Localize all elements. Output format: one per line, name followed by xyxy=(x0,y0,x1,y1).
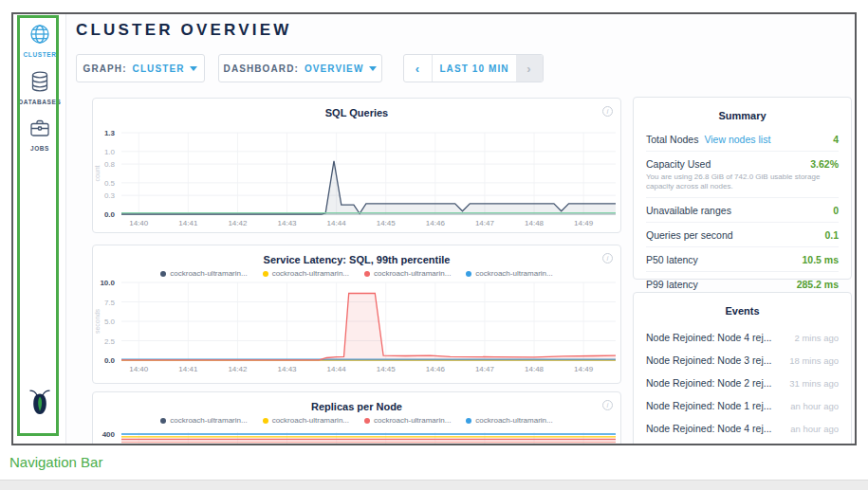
view-nodes-list-link[interactable]: View nodes list xyxy=(704,134,770,145)
legend-item[interactable]: cockroach-ultramarin... xyxy=(466,416,552,425)
legend-item[interactable]: cockroach-ultramarin... xyxy=(263,416,349,425)
sidebar-item-jobs[interactable]: JOBS xyxy=(13,118,66,152)
latency-legend: cockroach-ultramarin... cockroach-ultram… xyxy=(93,269,620,278)
chart-title-replicas: Replicas per Node xyxy=(93,401,620,412)
svg-text:14:48: 14:48 xyxy=(525,365,545,373)
svg-text:14:44: 14:44 xyxy=(327,219,347,227)
legend-item[interactable]: cockroach-ultramarin... xyxy=(263,269,349,278)
svg-text:14:46: 14:46 xyxy=(426,219,446,227)
event-time: an hour ago xyxy=(790,424,839,434)
event-time: 18 mins ago xyxy=(789,355,839,366)
svg-text:0.3: 0.3 xyxy=(104,191,116,200)
events-list: Node Rejoined: Node 4 rej... 2 mins ago … xyxy=(634,326,851,440)
svg-text:14:40: 14:40 xyxy=(129,219,149,227)
sidebar-label-databases: DATABASES xyxy=(13,99,66,105)
svg-text:14:47: 14:47 xyxy=(475,219,495,227)
svg-text:0.5: 0.5 xyxy=(104,179,116,188)
time-range-value[interactable]: LAST 10 MIN xyxy=(433,55,516,82)
legend-dot xyxy=(263,418,268,424)
event-row: Node Rejoined: Node 4 rej... 2 mins ago xyxy=(646,326,839,349)
cockroachdb-logo[interactable] xyxy=(13,389,66,419)
svg-text:count: count xyxy=(94,165,101,181)
event-text: Node Rejoined: Node 2 rej... xyxy=(646,377,772,389)
svg-text:0.0: 0.0 xyxy=(104,210,116,219)
summary-label: Capacity Used xyxy=(646,158,711,170)
svg-text:1.0: 1.0 xyxy=(104,148,116,156)
svg-text:14:41: 14:41 xyxy=(178,365,198,373)
svg-text:10.0: 10.0 xyxy=(100,279,115,287)
legend-item[interactable]: cockroach-ultramarin... xyxy=(364,269,451,278)
svg-text:seconds: seconds xyxy=(94,308,101,334)
event-text: Node Rejoined: Node 4 rej... xyxy=(646,332,772,343)
legend-item[interactable]: cockroach-ultramarin... xyxy=(160,416,247,425)
legend-item[interactable]: cockroach-ultramarin... xyxy=(364,416,451,425)
chart-title-sql-queries: SQL Queries xyxy=(93,107,620,118)
sql-queries-chart-card: SQL Queries i 14:4014:4114:4214:4314:441… xyxy=(92,98,621,233)
summary-title: Summary xyxy=(634,98,851,121)
legend-item[interactable]: cockroach-ultramarin... xyxy=(160,269,247,278)
info-icon[interactable]: i xyxy=(602,106,613,117)
svg-text:14:48: 14:48 xyxy=(525,219,545,227)
summary-row-capacity: Capacity Used 3.62% You are using 26.8 G… xyxy=(646,152,839,198)
event-row: Node Rejoined: Node 2 rej... 31 mins ago xyxy=(646,372,839,394)
summary-value: 10.5 ms xyxy=(802,254,839,265)
info-icon[interactable]: i xyxy=(602,400,613,410)
time-range-prev-button[interactable]: ‹ xyxy=(404,55,433,82)
summary-row-qps: Queries per second 0.1 xyxy=(646,223,839,247)
page-title: CLUSTER OVERVIEW xyxy=(76,21,292,40)
svg-text:400: 400 xyxy=(102,430,116,439)
event-row: Node Rejoined: Node 1 rej... an hour ago xyxy=(646,394,839,417)
event-time: 31 mins ago xyxy=(789,378,839,389)
svg-text:14:42: 14:42 xyxy=(228,219,248,227)
screenshot-frame: CLUSTER DATABASES xyxy=(11,12,857,445)
event-row: Node Rejoined: Node 4 rej... an hour ago xyxy=(646,417,839,440)
legend-dot xyxy=(364,418,370,424)
sidebar-item-databases[interactable]: DATABASES xyxy=(13,71,66,105)
databases-icon xyxy=(30,79,49,95)
sidebar-label-jobs: JOBS xyxy=(13,145,66,152)
event-time: 2 mins ago xyxy=(795,333,839,343)
event-time: an hour ago xyxy=(790,401,839,411)
time-range-next-button-disabled[interactable]: › xyxy=(516,55,543,82)
svg-text:14:42: 14:42 xyxy=(228,365,248,373)
svg-text:14:40: 14:40 xyxy=(129,365,149,373)
summary-value: 0.1 xyxy=(824,229,839,241)
event-text: Node Rejoined: Node 4 rej... xyxy=(646,423,772,434)
summary-label: P99 latency xyxy=(646,279,698,290)
svg-text:5.0: 5.0 xyxy=(104,318,116,326)
svg-text:7.5: 7.5 xyxy=(104,299,116,307)
summary-value: 285.2 ms xyxy=(797,279,839,290)
svg-text:14:46: 14:46 xyxy=(426,365,446,373)
chevron-down-icon xyxy=(190,66,197,71)
summary-row-p50: P50 latency 10.5 ms xyxy=(646,247,839,272)
events-title: Events xyxy=(634,293,851,317)
dashboard-dropdown-label: DASHBOARD: xyxy=(224,64,299,74)
legend-dot xyxy=(160,418,166,424)
summary-label: P50 latency xyxy=(646,254,698,265)
event-row: Node Rejoined: Node 3 rej... 18 mins ago xyxy=(646,349,839,372)
sidebar-label-cluster: CLUSTER xyxy=(13,51,66,58)
jobs-briefcase-icon xyxy=(29,125,50,141)
dashboard-dropdown-value: OVERVIEW xyxy=(305,64,364,74)
navigation-bar: CLUSTER DATABASES xyxy=(13,14,66,444)
sql-queries-chart[interactable]: 14:4014:4114:4214:4314:4414:4514:4614:47… xyxy=(93,99,622,234)
legend-dot xyxy=(364,271,370,277)
dashboard-dropdown[interactable]: DASHBOARD: OVERVIEW xyxy=(218,54,382,82)
chevron-down-icon xyxy=(369,66,377,71)
page-bottom-strip xyxy=(0,480,868,490)
service-latency-chart[interactable]: 14:4014:4114:4214:4314:4414:4514:4614:47… xyxy=(93,245,622,385)
summary-panel: Summary Total NodesView nodes list 4 Cap… xyxy=(633,97,852,280)
legend-item[interactable]: cockroach-ultramarin... xyxy=(466,269,552,278)
replicas-per-node-chart-card: Replicas per Node i cockroach-ultramarin… xyxy=(92,391,621,445)
summary-value: 0 xyxy=(833,205,839,216)
graph-dropdown[interactable]: GRAPH: CLUSTER xyxy=(76,54,205,82)
summary-value: 3.62% xyxy=(810,158,839,170)
svg-text:14:49: 14:49 xyxy=(574,219,594,227)
graph-dropdown-value: CLUSTER xyxy=(133,64,185,74)
legend-dot xyxy=(466,271,471,277)
summary-row-unavailable-ranges: Unavailable ranges 0 xyxy=(646,198,839,223)
svg-text:1.3: 1.3 xyxy=(104,129,116,137)
sidebar-item-cluster[interactable]: CLUSTER xyxy=(13,24,66,58)
svg-text:14:49: 14:49 xyxy=(574,365,594,373)
info-icon[interactable]: i xyxy=(602,253,613,263)
